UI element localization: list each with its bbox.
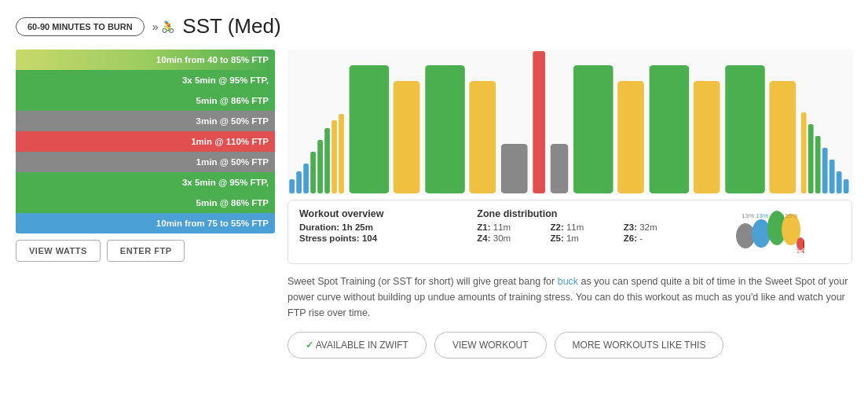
svg-rect-15 <box>551 144 568 193</box>
check-icon: ✓ <box>306 340 313 351</box>
workout-bar: 3min @ 50% FTP <box>16 111 275 131</box>
svg-rect-20 <box>725 65 765 193</box>
svg-text:0%: 0% <box>803 248 804 254</box>
enter-ftp-button[interactable]: ENTER FTP <box>107 240 185 262</box>
workout-bar: 1min @ 50% FTP <box>16 152 275 172</box>
zone-distribution-title: Zone distribution <box>477 208 690 219</box>
zone-4: Z4: 30m <box>477 233 544 243</box>
svg-rect-14 <box>533 51 545 193</box>
svg-rect-6 <box>324 128 330 193</box>
zone-6: Z6: - <box>624 233 690 243</box>
zone-section: Zone distribution Z1: 11m Z2: 11m Z3: 32… <box>477 208 690 243</box>
description: Sweet Spot Training (or SST for short) w… <box>288 274 852 321</box>
svg-rect-27 <box>837 171 842 193</box>
stress-label: Stress points: <box>299 233 360 243</box>
svg-rect-11 <box>425 65 465 193</box>
duration-row: Duration: 1h 25m <box>299 222 477 232</box>
zwift-button[interactable]: ✓ AVAILABLE IN ZWIFT <box>288 332 427 358</box>
chart-container <box>288 50 852 195</box>
zone-2: Z2: 11m <box>551 222 617 232</box>
svg-rect-22 <box>801 112 807 193</box>
svg-rect-4 <box>310 152 316 193</box>
overview-box: Workout overview Duration: 1h 25m Stress… <box>288 200 852 264</box>
left-panel: 10min from 40 to 85% FTP 3x 5min @ 95% F… <box>16 50 275 262</box>
svg-rect-9 <box>350 65 390 193</box>
svg-rect-16 <box>573 65 613 193</box>
view-watts-button[interactable]: VIEW WATTS <box>16 240 101 262</box>
overview-title: Workout overview <box>299 208 477 219</box>
stress-row: Stress points: 104 <box>299 233 477 243</box>
zwift-label: AVAILABLE IN ZWIFT <box>316 340 408 351</box>
svg-rect-3 <box>303 164 309 193</box>
workout-chart <box>288 50 852 195</box>
svg-rect-28 <box>844 179 849 193</box>
stress-value: 104 <box>362 233 377 243</box>
zone-donut-chart: 13% 13% 38% 35% 1% 0% <box>734 208 804 255</box>
donut-svg: 13% 13% 38% 35% 1% 0% <box>734 208 804 255</box>
svg-text:35%: 35% <box>785 212 797 219</box>
workout-bar: 10min from 40 to 85% FTP <box>16 50 275 70</box>
svg-text:13%: 13% <box>742 212 754 219</box>
overview-section: Workout overview Duration: 1h 25m Stress… <box>299 208 477 244</box>
more-workouts-button[interactable]: MORE WORKOUTS LIKE THIS <box>555 332 724 358</box>
zone-chart-section: 13% 13% 38% 35% 1% 0% <box>690 208 841 255</box>
svg-rect-25 <box>822 148 828 193</box>
svg-rect-2 <box>296 171 302 193</box>
svg-rect-1 <box>289 179 295 193</box>
zone-1: Z1: 11m <box>477 222 544 232</box>
page-title: SST (Med) <box>182 14 280 39</box>
svg-rect-12 <box>469 81 496 193</box>
view-workout-button[interactable]: VIEW WORKOUT <box>434 332 547 358</box>
svg-rect-26 <box>830 160 835 193</box>
svg-rect-7 <box>331 120 337 193</box>
zone-grid: Z1: 11m Z2: 11m Z3: 32m Z4: 30m Z5: 1m Z… <box>477 222 690 243</box>
svg-rect-5 <box>317 140 323 193</box>
zone-3: Z3: 32m <box>624 222 690 232</box>
header-row: 60-90 MINUTES TO BURN » 🚴 SST (Med) <box>16 14 852 39</box>
bottom-buttons: ✓ AVAILABLE IN ZWIFT VIEW WORKOUT MORE W… <box>288 332 852 358</box>
zone-5: Z5: 1m <box>551 233 617 243</box>
svg-rect-19 <box>694 81 720 193</box>
duration-value: 1h 25m <box>342 222 373 232</box>
svg-rect-10 <box>394 81 420 193</box>
duration-label: Duration: <box>299 222 339 232</box>
right-panel: Workout overview Duration: 1h 25m Stress… <box>288 50 852 358</box>
separator-icon: » 🚴 <box>152 20 175 33</box>
main-row: 10min from 40 to 85% FTP 3x 5min @ 95% F… <box>16 50 852 358</box>
svg-rect-17 <box>617 81 644 193</box>
workout-bar: 10min from 75 to 55% FTP <box>16 213 275 233</box>
workout-bar: 5min @ 86% FTP <box>16 90 275 111</box>
svg-rect-18 <box>650 65 690 193</box>
breadcrumb-button[interactable]: 60-90 MINUTES TO BURN <box>16 17 145 36</box>
workout-bar: 1min @ 110% FTP <box>16 131 275 152</box>
svg-rect-13 <box>501 144 528 193</box>
svg-rect-8 <box>339 114 344 193</box>
svg-text:38%: 38% <box>771 212 784 219</box>
svg-rect-21 <box>769 81 796 193</box>
workout-bar: 3x 5min @ 95% FTP, <box>16 172 275 193</box>
action-row: VIEW WATTS ENTER FTP <box>16 240 275 262</box>
svg-rect-23 <box>808 124 814 193</box>
svg-rect-24 <box>815 136 821 193</box>
workout-bar: 5min @ 86% FTP <box>16 193 275 213</box>
workout-bar: 3x 5min @ 95% FTP, <box>16 70 275 90</box>
svg-text:13%: 13% <box>756 212 768 219</box>
